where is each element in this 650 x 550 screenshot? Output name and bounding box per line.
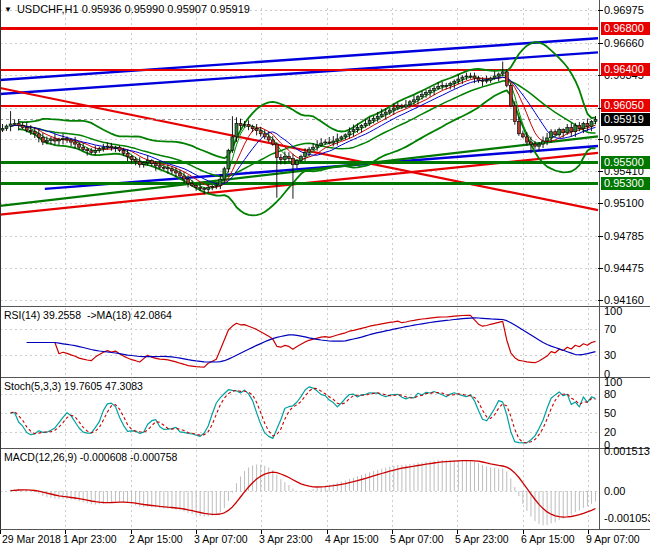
time-tick-label: 3 Apr 07:00 xyxy=(194,533,248,545)
support-level-badge[interactable]: 0.95500 xyxy=(601,156,650,169)
current-price-badge: 0.95919 xyxy=(601,113,650,126)
stoch-axis-label: 80 xyxy=(604,388,650,400)
resistance-level-badge[interactable]: 0.96400 xyxy=(601,63,650,76)
time-tick-label: 6 Apr 15:00 xyxy=(521,533,575,545)
time-tick-label: 4 Apr 15:00 xyxy=(325,533,379,545)
price-tick-label: 0.94785 xyxy=(604,230,650,242)
chart-canvas xyxy=(0,0,650,550)
stoch-axis-label: 100 xyxy=(604,376,650,388)
resistance-level-badge[interactable]: 0.96050 xyxy=(601,99,650,112)
macd-axis-label: 0.00 xyxy=(604,485,650,497)
macd-axis-label: -0.001053 xyxy=(604,512,650,524)
price-axis[interactable]: 0.969750.966600.963450.960300.957250.954… xyxy=(601,0,650,529)
time-tick-label: 1 Apr 23:00 xyxy=(63,533,117,545)
resistance-level-badge[interactable]: 0.96800 xyxy=(601,22,650,35)
stoch-axis-label: 50 xyxy=(604,407,650,419)
time-tick-label: 5 Apr 07:00 xyxy=(390,533,444,545)
price-tick-label: 0.95725 xyxy=(604,133,650,145)
time-tick-label: 9 Apr 07:00 xyxy=(586,533,640,545)
rsi-indicator-label: RSI(14) 39.2558 ->MA(18) 42.0864 xyxy=(4,309,172,321)
chart-window: ▼USDCHF,H1 0.95936 0.95990 0.95907 0.959… xyxy=(0,0,650,550)
stoch-axis-label: 20 xyxy=(604,426,650,438)
time-tick-label: 2 Apr 15:00 xyxy=(129,533,183,545)
time-tick-label: 29 Mar 2018 xyxy=(2,533,61,545)
time-axis[interactable]: 29 Mar 20181 Apr 23:002 Apr 15:003 Apr 0… xyxy=(0,532,650,550)
chart-title-text: USDCHF,H1 0.95936 0.95990 0.95907 0.9591… xyxy=(17,3,250,15)
macd-indicator-label: MACD(12,26,9) -0.000608 -0.000758 xyxy=(4,451,177,463)
rsi-axis-label: 70 xyxy=(604,323,650,335)
price-tick-label: 0.94475 xyxy=(604,262,650,274)
price-tick-label: 0.96660 xyxy=(604,37,650,49)
rsi-axis-label: 30 xyxy=(604,349,650,361)
rsi-axis-label: 100 xyxy=(604,305,650,317)
time-tick-label: 3 Apr 23:00 xyxy=(259,533,313,545)
chart-title: ▼USDCHF,H1 0.95936 0.95990 0.95907 0.959… xyxy=(4,3,250,15)
price-tick-label: 0.95100 xyxy=(604,197,650,209)
stochastic-indicator-label: Stoch(5,3,3) 19.7605 47.3083 xyxy=(4,380,143,392)
symbol-dropdown-icon[interactable]: ▼ xyxy=(4,5,12,14)
time-tick-label: 5 Apr 23:00 xyxy=(455,533,509,545)
price-tick-label: 0.96975 xyxy=(604,4,650,16)
macd-axis-label: 0.001513 xyxy=(604,445,650,457)
support-level-badge[interactable]: 0.95300 xyxy=(601,177,650,190)
